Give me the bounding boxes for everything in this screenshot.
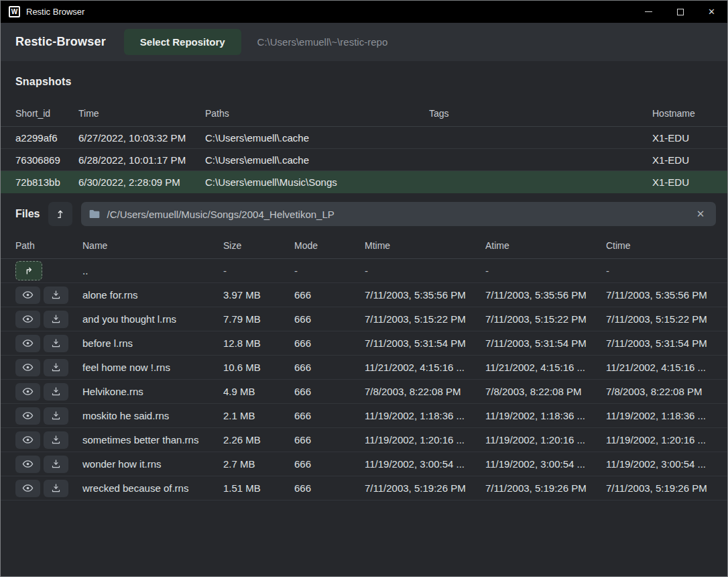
file-name: and you thought l.rns (82, 313, 223, 325)
go-to-parent-button[interactable] (15, 261, 42, 280)
file-name: alone for.rns (82, 289, 223, 301)
parent-directory-row[interactable]: .. - - - - - (1, 259, 727, 283)
file-name: wonder how it.rns (82, 458, 223, 470)
repository-path: C:\Users\emuell\~\restic-repo (257, 36, 388, 48)
snapshot-hostname: X1-EDU (652, 132, 716, 144)
column-header-ctime: Ctime (606, 240, 716, 251)
column-header-paths: Paths (205, 108, 429, 119)
file-row: Helvikone.rns 4.9 MB 666 7/8/2003, 8:22:… (1, 380, 727, 404)
download-file-button[interactable] (44, 335, 68, 352)
snapshot-row[interactable]: 72b813bb 6/30/2022, 2:28:09 PM C:\Users\… (1, 171, 727, 193)
file-name: Helvikone.rns (82, 386, 223, 397)
eye-icon (22, 313, 34, 325)
file-atime: 11/19/2002, 1:18:36 ... (485, 410, 606, 421)
snapshot-short-id: 76306869 (15, 154, 78, 166)
file-mode: 666 (294, 313, 365, 325)
file-mode: 666 (294, 362, 365, 373)
file-ctime: - (606, 265, 716, 276)
close-button[interactable]: ✕ (696, 1, 727, 23)
snapshot-short-id: a2299af6 (15, 132, 78, 144)
files-table-header: Path Name Size Mode Mtime Atime Ctime (1, 226, 727, 259)
preview-file-button[interactable] (15, 480, 40, 497)
download-file-button[interactable] (44, 480, 68, 497)
arrow-up-icon (55, 209, 66, 219)
file-atime: 11/19/2002, 1:20:16 ... (485, 434, 606, 445)
current-path-field[interactable]: /C/Users/emuell/Music/Songs/2004_Helveti… (81, 202, 716, 226)
download-icon (51, 386, 61, 397)
snapshot-short-id: 72b813bb (15, 176, 78, 188)
preview-file-button[interactable] (15, 311, 40, 328)
download-icon (51, 338, 61, 348)
enter-directory-icon (23, 266, 34, 276)
column-header-size: Size (223, 240, 294, 251)
clear-icon: ✕ (696, 208, 705, 220)
snapshot-paths: C:\Users\emuell\.cache (205, 154, 429, 166)
file-size: 2.7 MB (223, 458, 294, 470)
current-path-text: /C/Users/emuell/Music/Songs/2004_Helveti… (107, 209, 686, 220)
download-file-button[interactable] (44, 311, 68, 328)
eye-icon (22, 289, 34, 301)
file-atime: 7/11/2003, 5:31:54 PM (485, 337, 606, 349)
preview-file-button[interactable] (15, 456, 40, 473)
file-ctime: 7/11/2003, 5:31:54 PM (606, 337, 716, 349)
file-size: 12.8 MB (223, 337, 294, 349)
download-file-button[interactable] (44, 431, 68, 449)
eye-icon (22, 410, 34, 421)
download-icon (51, 362, 61, 372)
preview-file-button[interactable] (15, 383, 40, 401)
file-ctime: 7/11/2003, 5:19:26 PM (606, 482, 716, 494)
download-icon (51, 459, 61, 469)
file-mtime: 11/19/2002, 1:20:16 ... (365, 434, 485, 445)
download-file-button[interactable] (44, 383, 68, 401)
snapshots-heading: Snapshots (15, 76, 727, 88)
download-file-button[interactable] (44, 407, 68, 425)
file-name: feel home now !.rns (82, 362, 223, 373)
download-file-button[interactable] (44, 456, 68, 473)
snapshots-table: Short_id Time Paths Tags Hostname a2299a… (1, 88, 727, 193)
eye-icon (22, 337, 34, 349)
snapshot-time: 6/28/2022, 10:01:17 PM (78, 154, 205, 166)
file-mtime: 11/21/2002, 4:15:16 ... (365, 362, 485, 373)
column-header-atime: Atime (485, 240, 606, 251)
eye-icon (22, 386, 34, 397)
column-header-mtime: Mtime (365, 240, 485, 251)
snapshot-row[interactable]: a2299af6 6/27/2022, 10:03:32 PM C:\Users… (1, 127, 727, 149)
eye-icon (22, 362, 34, 373)
snapshot-row[interactable]: 76306869 6/28/2022, 10:01:17 PM C:\Users… (1, 149, 727, 171)
download-icon (51, 314, 61, 324)
preview-file-button[interactable] (15, 359, 40, 376)
preview-file-button[interactable] (15, 286, 40, 304)
minimize-button[interactable] (633, 1, 664, 23)
maximize-button[interactable] (664, 1, 696, 23)
snapshot-time: 6/30/2022, 2:28:09 PM (78, 176, 205, 188)
app-title: Restic-Browser (15, 35, 106, 49)
file-size: 10.6 MB (223, 362, 294, 373)
navigate-up-button[interactable] (48, 202, 72, 226)
files-rows: alone for.rns 3.97 MB 666 7/11/2003, 5:3… (1, 283, 727, 501)
file-name: moskito he said.rns (82, 410, 223, 421)
clear-path-button[interactable]: ✕ (693, 207, 708, 221)
download-file-button[interactable] (44, 286, 68, 304)
file-mtime: 7/11/2003, 5:15:22 PM (365, 313, 485, 325)
file-atime: 7/11/2003, 5:19:26 PM (485, 482, 606, 494)
preview-file-button[interactable] (15, 431, 40, 449)
file-mtime: 11/19/2002, 1:18:36 ... (365, 410, 485, 421)
download-icon (51, 290, 61, 300)
preview-file-button[interactable] (15, 407, 40, 425)
file-name: wrecked because of.rns (82, 482, 223, 494)
snapshot-paths: C:\Users\emuell\.cache (205, 132, 429, 144)
restic-browser-window: W Restic Browser ✕ Restic-Browser Select… (0, 0, 728, 577)
preview-file-button[interactable] (15, 335, 40, 352)
files-table: Path Name Size Mode Mtime Atime Ctime .. (1, 226, 727, 501)
file-atime: 11/21/2002, 4:15:16 ... (485, 362, 606, 373)
file-size: 2.26 MB (223, 434, 294, 445)
download-file-button[interactable] (44, 359, 68, 376)
eye-icon (22, 482, 34, 494)
file-atime: 11/19/2002, 3:00:54 ... (485, 458, 606, 470)
eye-icon (22, 458, 34, 470)
select-repository-button[interactable]: Select Repository (124, 29, 241, 55)
file-ctime: 7/11/2003, 5:15:22 PM (606, 313, 716, 325)
file-mtime: 7/11/2003, 5:19:26 PM (365, 482, 485, 494)
file-row: moskito he said.rns 2.1 MB 666 11/19/200… (1, 404, 727, 428)
file-mtime: 7/11/2003, 5:31:54 PM (365, 337, 485, 349)
